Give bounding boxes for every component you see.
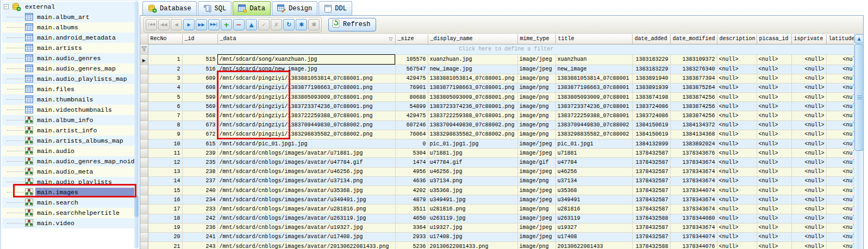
grid-cell[interactable]: 1383298835582_07c88002 <box>555 130 632 139</box>
filter-hint[interactable]: Click here to define a filter <box>148 44 854 54</box>
column-header-date_modified[interactable]: date_modified <box>670 34 717 44</box>
grid-cell[interactable]: 1383183229 <box>632 65 670 74</box>
row-indicator[interactable] <box>140 205 148 214</box>
row-indicator[interactable] <box>140 120 148 130</box>
row-indicator[interactable] <box>140 186 148 195</box>
column-header-size[interactable]: _size <box>395 34 428 44</box>
grid-cell[interactable]: <null> <box>826 111 854 120</box>
grid-cell[interactable]: 236 <box>182 223 217 232</box>
grid-cell[interactable]: <null> <box>717 65 757 74</box>
grid-cell[interactable]: 607246 <box>395 120 428 130</box>
table-row[interactable]: 21243/mnt/sdcard/cnblogs/images/avatar/2… <box>140 242 854 249</box>
grid-cell[interactable]: 4 <box>148 83 182 92</box>
grid-cell[interactable]: image/gif <box>517 158 555 167</box>
grid-cell[interactable]: u37134.png <box>428 176 517 186</box>
grid-cell[interactable]: 3511 <box>395 205 428 214</box>
grid-cell[interactable]: <null> <box>826 205 854 214</box>
grid-cell[interactable]: 615 <box>182 139 217 149</box>
row-indicator[interactable] <box>140 195 148 205</box>
table-row[interactable]: 12235/mnt/sdcard/cnblogs/images/avatar/u… <box>140 158 854 167</box>
grid-cell[interactable]: <null> <box>791 205 826 214</box>
grid-cell[interactable]: <null> <box>717 176 757 186</box>
grid-cell[interactable]: <null> <box>717 54 757 65</box>
grid-cell[interactable]: 1383723374236_07c88001.png <box>428 102 517 111</box>
grid-cell[interactable]: 673 <box>182 120 217 130</box>
grid-cell[interactable]: 672 <box>182 130 217 139</box>
row-indicator[interactable] <box>140 214 148 223</box>
grid-cell[interactable]: <null> <box>717 232 757 241</box>
grid-cell[interactable]: 1378344080 <box>670 214 717 223</box>
column-header-id[interactable]: _id <box>182 34 217 44</box>
grid-cell[interactable]: 1383877198663_07c88001.png <box>428 83 517 92</box>
grid-cell[interactable]: 1383805093009_07c88001.png <box>428 93 517 102</box>
grid-cell[interactable]: 54899 <box>395 102 428 111</box>
grid-cell[interactable]: 1383183229 <box>632 54 670 65</box>
grid-cell[interactable]: 1383877198663_07c88001 <box>555 83 632 92</box>
grid-cell[interactable]: 1383298835582_07c88002.png <box>428 130 517 139</box>
grid-cell[interactable]: image/png <box>517 205 555 214</box>
grid-cell[interactable]: image/png <box>517 130 555 139</box>
sidebar-item-main-audio[interactable]: main.audio <box>2 146 135 156</box>
grid-cell[interactable]: 237 <box>182 176 217 186</box>
grid-cell[interactable]: 1383874256 <box>670 102 717 111</box>
insert-record-button[interactable]: + <box>221 19 232 30</box>
post-edit-button[interactable]: ✓ <box>258 19 270 30</box>
table-row[interactable]: ▶1515/mnt/sdcard/song/xuanzhuan.jpg10557… <box>140 54 854 65</box>
grid-cell[interactable]: <null> <box>791 54 826 65</box>
grid-cell[interactable]: /mnt/sdcard/cnblogs/images/avatar/u71881… <box>217 149 395 158</box>
grid-cell[interactable]: 1378344076 <box>670 242 717 249</box>
grid-cell[interactable]: 1378344074 <box>670 186 717 195</box>
grid-cell[interactable]: 1378343674 <box>670 223 717 232</box>
grid-cell[interactable]: <null> <box>757 83 791 92</box>
column-filter-icon[interactable]: ▽ <box>389 36 393 42</box>
grid-vertical-scrollbar[interactable]: ▲ <box>854 34 863 249</box>
grid-cell[interactable]: 80688 <box>395 93 428 102</box>
sidebar-item-main-audio_genres[interactable]: main.audio_genres <box>2 53 135 63</box>
grid-cell[interactable]: 240 <box>182 186 217 195</box>
grid-cell[interactable]: 235 <box>182 158 217 167</box>
table-row[interactable]: 17233/mnt/sdcard/cnblogs/images/avatar/u… <box>140 205 854 214</box>
grid-cell[interactable]: 1378432587 <box>632 158 670 167</box>
grid-cell[interactable]: 5 <box>148 93 182 102</box>
grid-cell[interactable]: 1383722259388_07c88001.png <box>428 111 517 120</box>
grid-cell[interactable]: 5304 <box>395 149 428 158</box>
last-record-button[interactable]: ▶▶| <box>208 19 220 30</box>
grid-cell[interactable]: 515 <box>182 54 217 65</box>
sidebar-item-main-android_metadata[interactable]: main.android_metadata <box>2 33 135 43</box>
grid-cell[interactable]: 1384132899 <box>632 139 670 149</box>
grid-cell[interactable]: u71881 <box>555 149 632 158</box>
grid-cell[interactable]: <null> <box>826 158 854 167</box>
edit-record-button[interactable]: ▲ <box>246 19 257 30</box>
row-indicator[interactable] <box>140 130 148 139</box>
grid-cell[interactable]: u263119.jpg <box>428 214 517 223</box>
grid-cell[interactable]: 16 <box>148 195 182 205</box>
grid-cell[interactable]: <null> <box>717 186 757 195</box>
tree-scrollbar[interactable] <box>134 1 139 248</box>
grid-cell[interactable]: <null> <box>791 102 826 111</box>
grid-cell[interactable]: <null> <box>717 214 757 223</box>
grid-cell[interactable]: <null> <box>826 186 854 195</box>
grid-cell[interactable]: /mnt/sdcard/cnblogs/images/avatar/u34949… <box>217 195 395 205</box>
grid-cell[interactable]: <null> <box>717 139 757 149</box>
grid-cell[interactable]: new_image <box>555 65 632 74</box>
grid-cell[interactable]: u263119 <box>555 214 632 223</box>
grid-cell[interactable]: /mnt/sdcard/pic_01.jpg1.jpg <box>217 139 395 149</box>
column-header-RecNo[interactable]: RecNo <box>148 34 182 44</box>
grid-cell[interactable]: 1383723374236_07c88001 <box>555 102 632 111</box>
sidebar-item-main-audio_meta[interactable]: main.audio_meta <box>2 167 135 177</box>
grid-cell[interactable]: 1378432587 <box>632 205 670 214</box>
grid-cell[interactable]: /mnt/sdcard/cnblogs/images/avatar/u37134… <box>217 176 395 186</box>
grid-cell[interactable]: 17 <box>148 205 182 214</box>
grid-cell[interactable]: image/jpeg <box>517 186 555 195</box>
sidebar-item-main-files[interactable]: main.files <box>2 84 135 94</box>
sidebar-item-main-artists_albums_map[interactable]: main.artists_albums_map <box>2 136 135 146</box>
grid-cell[interactable]: <null> <box>757 139 791 149</box>
grid-cell[interactable]: 1384134368 <box>670 130 717 139</box>
grid-cell[interactable]: 1383709449830_07c88002.png <box>428 120 517 130</box>
grid-cell[interactable]: 569 <box>182 102 217 111</box>
sidebar-item-main-search[interactable]: main.search <box>2 197 135 208</box>
grid-cell[interactable]: image/jpeg <box>517 223 555 232</box>
row-indicator[interactable] <box>140 83 148 92</box>
grid-cell[interactable]: 4956 <box>395 167 428 176</box>
grid-cell[interactable]: <null> <box>826 176 854 186</box>
